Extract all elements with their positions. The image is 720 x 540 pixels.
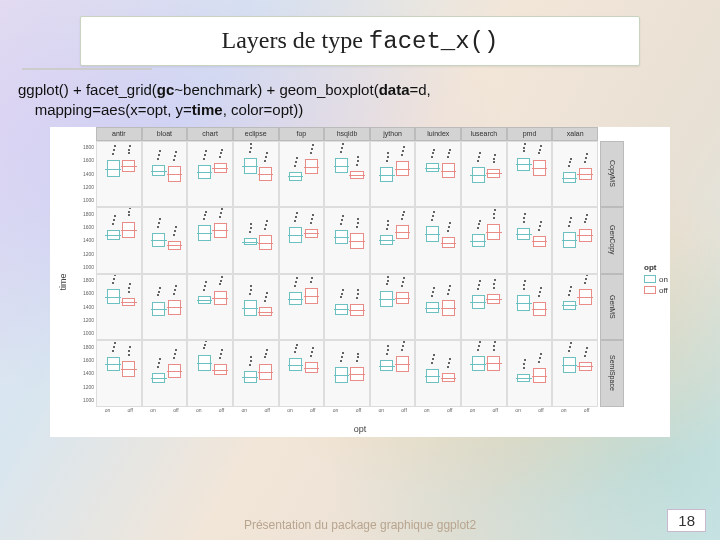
legend-label: off <box>659 286 668 295</box>
facet-row-header: GenMS <box>600 274 624 341</box>
facet-cell <box>324 141 370 208</box>
facet-cell <box>324 207 370 274</box>
facet-cell <box>507 340 553 407</box>
code-text: , color=opt)) <box>223 101 303 118</box>
facet-cell <box>96 207 142 274</box>
facet-cell <box>96 340 142 407</box>
facet-cell <box>415 274 461 341</box>
facet-cell <box>96 274 142 341</box>
facet-row-header: SemiSpace <box>600 340 624 407</box>
facet-cell <box>552 141 598 208</box>
facet-cell <box>187 274 233 341</box>
facet-cell <box>461 274 507 341</box>
legend: opt on off <box>644 263 668 297</box>
facet-cell <box>552 207 598 274</box>
slide-title: Layers de type facet_x() <box>93 27 627 55</box>
title-mono: facet_x() <box>369 28 499 55</box>
facet-cell <box>96 141 142 208</box>
facet-row-header: GenCopy <box>600 207 624 274</box>
facet-cell <box>233 207 279 274</box>
facet-col-header: antir <box>96 127 142 141</box>
facet-cell <box>142 340 188 407</box>
facet-cell <box>370 141 416 208</box>
code-bold: time <box>192 101 223 118</box>
facet-cell <box>187 141 233 208</box>
facet-cell <box>415 340 461 407</box>
facet-col-header: pmd <box>507 127 553 141</box>
legend-swatch-on <box>644 275 656 283</box>
code-text: mapping=aes(x=opt, y= <box>35 101 192 118</box>
facet-cell <box>324 274 370 341</box>
facet-cell <box>233 340 279 407</box>
facet-grid <box>96 141 598 407</box>
legend-title: opt <box>644 263 668 272</box>
facet-cell <box>324 340 370 407</box>
x-axis-label: opt <box>354 424 367 434</box>
facet-cell <box>370 274 416 341</box>
code-text: ~benchmark) + geom_boxplot( <box>174 81 378 98</box>
facet-boxplot-chart: time opt antirbloatcharteclipsefophsqldb… <box>50 127 670 437</box>
facet-cell <box>142 274 188 341</box>
legend-item-on: on <box>644 275 668 284</box>
facet-cell <box>461 207 507 274</box>
code-snippet: ggplot() + facet_grid(gc~benchmark) + ge… <box>18 80 702 121</box>
facet-cell <box>415 141 461 208</box>
facet-col-header: lusearch <box>461 127 507 141</box>
facet-cell <box>279 207 325 274</box>
facet-col-header: bloat <box>142 127 188 141</box>
facet-col-header: luindex <box>415 127 461 141</box>
code-bold: data <box>379 81 410 98</box>
facet-cell <box>507 141 553 208</box>
facet-cell <box>507 207 553 274</box>
facet-col-header: xalan <box>552 127 598 141</box>
facet-col-header: chart <box>187 127 233 141</box>
facet-cell <box>187 207 233 274</box>
facet-cell <box>370 207 416 274</box>
title-underline <box>22 68 152 70</box>
facet-cell <box>552 274 598 341</box>
legend-label: on <box>659 275 668 284</box>
facet-cell <box>507 274 553 341</box>
facet-cell <box>233 141 279 208</box>
title-prefix: Layers de type <box>222 27 369 53</box>
legend-swatch-off <box>644 286 656 294</box>
code-text: =d, <box>409 81 430 98</box>
facet-cell <box>370 340 416 407</box>
facet-col-header: jython <box>370 127 416 141</box>
footer-text: Présentation du package graphique ggplot… <box>0 518 720 532</box>
facet-cell <box>187 340 233 407</box>
facet-cell <box>142 141 188 208</box>
facet-cell <box>552 340 598 407</box>
x-tick-labels: onoffonoffonoffonoffonoffonoffonoffonoff… <box>96 407 598 419</box>
facet-col-header: hsqldb <box>324 127 370 141</box>
code-text: ggplot() + facet_grid( <box>18 81 157 98</box>
facet-cell <box>415 207 461 274</box>
facet-cell <box>279 274 325 341</box>
title-box: Layers de type facet_x() <box>80 16 640 66</box>
facet-row-headers: CopyMSGenCopyGenMSSemiSpace <box>600 141 624 407</box>
facet-column-headers: antirbloatcharteclipsefophsqldbjythonlui… <box>96 127 598 141</box>
page-number: 18 <box>667 509 706 532</box>
legend-item-off: off <box>644 286 668 295</box>
facet-col-header: eclipse <box>233 127 279 141</box>
facet-cell <box>461 141 507 208</box>
facet-cell <box>461 340 507 407</box>
facet-cell <box>279 141 325 208</box>
facet-col-header: fop <box>279 127 325 141</box>
facet-cell <box>142 207 188 274</box>
facet-row-header: CopyMS <box>600 141 624 208</box>
facet-cell <box>233 274 279 341</box>
facet-cell <box>279 340 325 407</box>
code-bold: gc <box>157 81 175 98</box>
y-tick-labels: 1800160014001200100018001600140012001000… <box>66 141 96 407</box>
